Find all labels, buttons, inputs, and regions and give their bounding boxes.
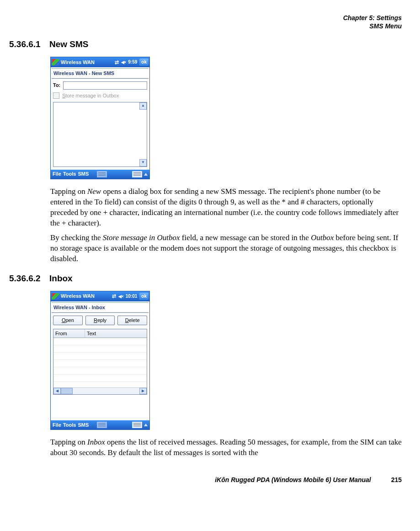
menu-sms[interactable]: SMS xyxy=(78,422,89,429)
titlebar-tray: 10:01 ok xyxy=(112,293,149,300)
start-flag-icon[interactable] xyxy=(52,293,59,300)
window-subtitle: Wireless WAN - New SMS xyxy=(52,68,149,79)
lower-spacer xyxy=(53,395,147,418)
menu-tools[interactable]: Tools xyxy=(63,171,76,177)
table-row[interactable] xyxy=(53,338,147,345)
table-row[interactable] xyxy=(53,345,147,353)
screenshot-new-sms: Wireless WAN 9:59 ok Wireless WAN - New … xyxy=(50,57,150,179)
menu-up-icon[interactable] xyxy=(144,424,148,426)
table-row[interactable] xyxy=(53,375,147,382)
section-title: New SMS xyxy=(49,39,89,49)
header-chapter: Chapter 5: Settings xyxy=(9,14,402,22)
start-flag-icon[interactable] xyxy=(52,59,59,65)
menu-sms[interactable]: SMS xyxy=(78,171,89,177)
page-footer: iKôn Rugged PDA (Windows Mobile 6) User … xyxy=(9,476,402,484)
screenshot-inbox: Wireless WAN 10:01 ok Wireless WAN - Inb… xyxy=(50,291,150,430)
store-outbox-label: Store message in Outbox xyxy=(62,92,119,99)
volume-icon[interactable] xyxy=(118,293,123,300)
grid-rows xyxy=(53,338,147,387)
titlebar-tray: 9:59 ok xyxy=(115,59,149,66)
page-number: 215 xyxy=(391,476,402,483)
connectivity-icon[interactable] xyxy=(115,59,119,66)
connectivity-icon[interactable] xyxy=(112,293,116,300)
table-row[interactable] xyxy=(53,360,147,367)
store-outbox-checkbox[interactable] xyxy=(53,92,59,99)
s1-paragraph-2: By checking the Store message in Outbox … xyxy=(50,233,402,264)
bottombar: File Tools SMS xyxy=(51,170,149,179)
titlebar-title: Wireless WAN xyxy=(61,293,110,300)
to-label: To: xyxy=(53,82,60,89)
scroll-up-button[interactable] xyxy=(139,102,147,110)
section-number: 5.36.6.1 xyxy=(9,38,49,50)
grid-header: From Text xyxy=(53,329,147,338)
window-subtitle: Wireless WAN - Inbox xyxy=(52,302,149,313)
menu-file[interactable]: File xyxy=(53,171,61,177)
clock-text: 9:59 xyxy=(128,59,137,65)
s1-paragraph-1: Tapping on New opens a dialog box for se… xyxy=(50,187,402,229)
table-row[interactable] xyxy=(53,353,147,360)
clock-text: 10:01 xyxy=(126,293,138,300)
button-row: Open Reply Delete xyxy=(53,316,147,325)
table-row[interactable] xyxy=(53,367,147,375)
store-outbox-row: Store message in Outbox xyxy=(53,92,147,99)
window-body: Open Reply Delete From Text xyxy=(51,314,149,421)
sip-keyboard-icon[interactable] xyxy=(132,422,142,428)
scroll-track[interactable] xyxy=(73,388,139,394)
ok-button[interactable]: ok xyxy=(139,59,149,66)
menu-tools[interactable]: Tools xyxy=(63,422,76,429)
titlebar-title: Wireless WAN xyxy=(61,59,113,66)
keyboard-icon[interactable] xyxy=(97,422,107,428)
column-text[interactable]: Text xyxy=(85,329,147,338)
section-number: 5.36.6.2 xyxy=(9,273,49,284)
volume-icon[interactable] xyxy=(121,59,126,65)
menu-file[interactable]: File xyxy=(53,422,61,429)
section-heading-new-sms: 5.36.6.1New SMS xyxy=(9,38,402,50)
section-title: Inbox xyxy=(49,274,73,283)
titlebar: Wireless WAN 10:01 ok xyxy=(51,291,149,301)
s2-paragraph-1: Tapping on Inbox opens the list of recei… xyxy=(50,437,402,458)
bottombar: File Tools SMS xyxy=(51,420,149,429)
section-heading-inbox: 5.36.6.2Inbox xyxy=(9,273,402,284)
message-textarea[interactable] xyxy=(53,102,147,167)
sip-keyboard-icon[interactable] xyxy=(132,171,142,177)
delete-button[interactable]: Delete xyxy=(117,316,147,325)
scroll-down-button[interactable] xyxy=(139,159,147,166)
to-field[interactable] xyxy=(63,81,147,90)
keyboard-icon[interactable] xyxy=(97,171,107,177)
scroll-left-button[interactable]: ◀ xyxy=(53,388,61,394)
header-section: SMS Menu xyxy=(9,22,402,30)
scroll-thumb[interactable] xyxy=(61,388,73,394)
menu-up-icon[interactable] xyxy=(144,173,148,176)
open-button[interactable]: Open xyxy=(53,316,83,325)
reply-button[interactable]: Reply xyxy=(85,316,115,325)
message-grid[interactable]: From Text ◀ ▶ xyxy=(53,329,147,395)
window-body: To: Store message in Outbox xyxy=(51,80,149,170)
page-header: Chapter 5: Settings SMS Menu xyxy=(9,14,402,30)
horiz-scrollbar[interactable]: ◀ ▶ xyxy=(53,387,147,394)
ok-button[interactable]: ok xyxy=(139,293,149,300)
column-from[interactable]: From xyxy=(53,329,85,338)
titlebar: Wireless WAN 9:59 ok xyxy=(51,57,149,67)
footer-text: iKôn Rugged PDA (Windows Mobile 6) User … xyxy=(215,476,371,483)
scroll-right-button[interactable]: ▶ xyxy=(139,388,147,394)
to-row: To: xyxy=(53,81,147,90)
